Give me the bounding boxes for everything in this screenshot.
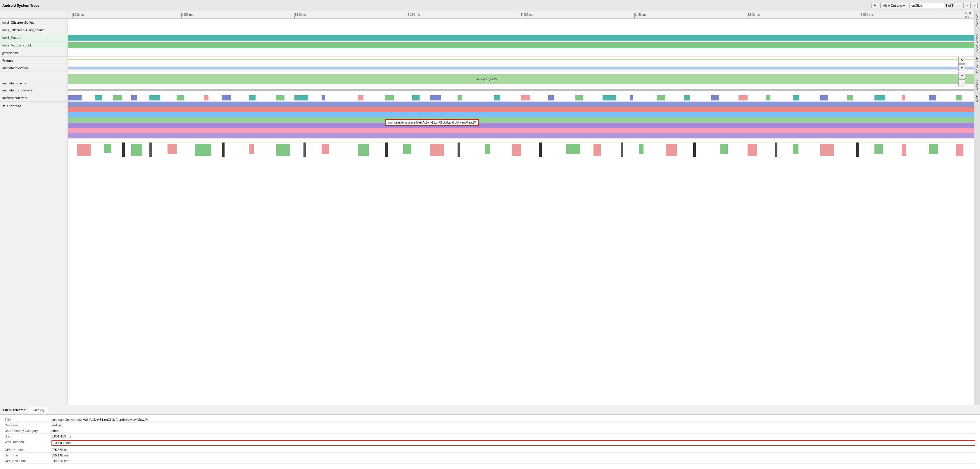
detail-row-start: Start 5,051.413 ms	[5, 434, 975, 439]
detail-row-title: Title com.sample.systrace.MainActivity$1…	[5, 417, 975, 423]
detail-value-wall-duration: 617.005 ms	[51, 440, 975, 446]
zoom-out-button[interactable]: −	[958, 72, 966, 79]
detail-value-cpu-duration: 275.569 ms	[51, 448, 975, 452]
track-frames	[68, 57, 974, 64]
sidebar-item-animator-elevation: animator:elevation	[0, 64, 68, 72]
main-area: hwui_OffscreenBuffer: hwui_OffscreenBuff…	[0, 11, 980, 405]
track-deliverinputevent	[68, 94, 974, 101]
view-options-button[interactable]: View Options ▼	[880, 3, 908, 8]
app: Android System Trace M View Options ▼ 1 …	[0, 0, 980, 469]
sidebar: hwui_OffscreenBuffer: hwui_OffscreenBuff…	[0, 11, 68, 405]
track-animator-opacity: animator:opacity	[68, 72, 974, 86]
tick-7: 5,550 ms	[861, 11, 873, 18]
track-below-ui	[68, 143, 974, 157]
tick-5: 5,450 ms	[635, 11, 646, 18]
slice-tab[interactable]: Slice (1)	[29, 407, 48, 413]
tick-4: 5,400 ms	[521, 11, 533, 18]
animator-opacity-bar[interactable]	[68, 74, 974, 84]
track-bar-texture[interactable]	[68, 35, 974, 41]
tick-1: 5,250 ms	[181, 11, 193, 18]
tick-2: 5,300 ms	[294, 11, 306, 18]
detail-value-title: com.sample.systrace.MainActivity$1.onCli…	[51, 418, 975, 421]
app-title: Android System Trace	[2, 3, 40, 8]
nav-more-button[interactable]: »	[972, 3, 978, 8]
sidebar-item-hwui-texture: hwui_Texture:	[0, 34, 68, 41]
track-hwui-texture	[68, 34, 974, 41]
tab-file-size-stats[interactable]: File Size Stats	[975, 54, 979, 78]
dropdown-icon: ▼	[902, 4, 905, 7]
sidebar-item-frames: Frames	[0, 57, 68, 64]
track-animator-translationz	[68, 86, 974, 94]
detail-label-category: Category	[5, 423, 51, 427]
detail-label-cpu-self-time: CPU Self Time	[5, 459, 51, 463]
right-tabs: Frame Data Input Latency File Size Stats…	[974, 11, 980, 405]
nav-prev-button[interactable]: ←	[955, 3, 962, 8]
track-callout[interactable]: com.sample.systrace.MainActivity$1.onCli…	[385, 119, 479, 126]
animator-opacity-label: animator:opacity	[476, 78, 497, 81]
detail-value-start: 5,051.413 ms	[51, 434, 975, 438]
detail-row-category: Category android	[5, 423, 975, 428]
tab-frame-data[interactable]: Frame Data	[975, 11, 979, 32]
tab-input-latency[interactable]: Input Latency	[975, 32, 979, 54]
tracks-panel: 5,200 ms 5,250 ms 5,300 ms 5,350 ms 5,40…	[68, 11, 974, 405]
track-animator-elevation	[68, 64, 974, 72]
tick-0: 5,200 ms	[73, 11, 84, 18]
cursor-button[interactable]: ↖	[958, 57, 966, 64]
detail-label-self-time: Self Time	[5, 453, 51, 457]
m-button[interactable]: M	[871, 3, 879, 8]
detail-value-user-friendly-category: other	[51, 429, 975, 433]
sidebar-item-hwui-offscreenbuffer: hwui_OffscreenBuffer:	[0, 19, 68, 26]
nav-info: 1 of 5	[945, 4, 954, 7]
nav-next-button[interactable]: →	[963, 3, 970, 8]
tracks-container[interactable]: animator:opacity	[68, 19, 974, 405]
detail-label-cpu-duration: CPU Duration	[5, 448, 51, 452]
track-hwui-texture-count	[68, 41, 974, 49]
sidebar-item-deliverinputevent: deliverInputEvent	[0, 94, 68, 101]
timeline-header: 5,200 ms 5,250 ms 5,300 ms 5,350 ms 5,40…	[68, 11, 974, 19]
detail-value-cpu-self-time: 244.695 ms	[51, 459, 975, 463]
sidebar-item-jitternanos: jitterNanos:	[0, 49, 68, 57]
detail-label-wall-duration: Wall Duration	[5, 440, 51, 444]
sidebar-item-ui-thread[interactable]: ▼ UI thread	[0, 101, 68, 110]
track-ui-thread[interactable]: com.sample.systrace.MainActivity$1.onCli…	[68, 101, 974, 143]
tick-8: 5,600 ms	[965, 11, 974, 18]
detail-row-cpu-self-time: CPU Self Time 244.695 ms	[5, 458, 975, 464]
tab-alerts[interactable]: Alerts	[975, 92, 979, 105]
track-jitternanos	[68, 49, 974, 57]
tick-6: 5,500 ms	[748, 11, 760, 18]
detail-label-title: Title	[5, 418, 51, 421]
callout-text: com.sample.systrace.MainActivity$1.onCli…	[388, 121, 476, 124]
detail-row-user-friendly-category: User Friendly Category other	[5, 428, 975, 434]
detail-row-self-time: Self Time 355.148 ms	[5, 453, 975, 458]
tab-metrics[interactable]: Metrics	[975, 78, 979, 92]
detail-label-user-friendly-category: User Friendly Category	[5, 429, 51, 433]
sidebar-item-animator-opacity: animator:opacity	[0, 72, 68, 86]
toolbar: Android System Trace M View Options ▼ 1 …	[0, 0, 980, 11]
bottom-tabs: 1 item selected. Slice (1)	[0, 405, 980, 415]
detail-value-self-time: 355.148 ms	[51, 453, 975, 457]
zoom-in-button[interactable]: +	[958, 64, 966, 71]
search-input[interactable]	[909, 3, 944, 8]
detail-row-cpu-duration: CPU Duration 275.569 ms	[5, 447, 975, 453]
bottom-content: Title com.sample.systrace.MainActivity$1…	[0, 415, 980, 469]
zoom-controls: ↖ + − ↔	[958, 57, 966, 86]
detail-row-wall-duration: Wall Duration 617.005 ms	[5, 439, 975, 447]
tick-3: 5,350 ms	[408, 11, 420, 18]
track-bar-texture-count[interactable]	[68, 42, 974, 48]
track-hwui-offscreenbuffer	[68, 19, 974, 26]
sidebar-item-hwui-texture-count: hwui_Texture_count:	[0, 41, 68, 49]
selection-label: 1 item selected.	[2, 408, 26, 412]
sidebar-item-hwui-offscreenbuffer-count: hwui_OffscreenBuffer_count:	[0, 26, 68, 34]
detail-label-start: Start	[5, 434, 51, 438]
detail-value-category: android	[51, 423, 975, 427]
sidebar-item-animator-translationz: animator:translationZ	[0, 86, 68, 94]
fit-button[interactable]: ↔	[958, 79, 966, 86]
bottom-panel: 1 item selected. Slice (1) Title com.sam…	[0, 405, 980, 469]
track-hwui-offscreenbuffer-count	[68, 26, 974, 34]
